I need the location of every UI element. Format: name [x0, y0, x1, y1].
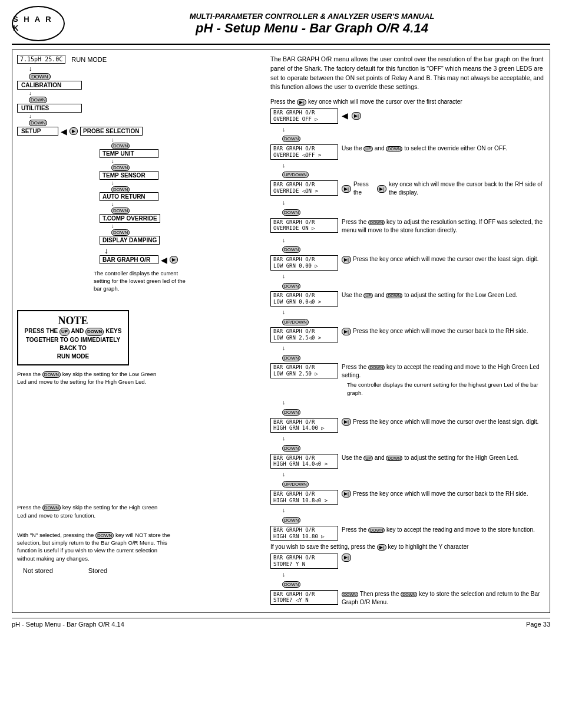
screen-11: BAR GRAPH O/R HIGH GRN 10.8◁0 > [270, 490, 338, 505]
down-s4: ↓DOWN [282, 236, 545, 255]
screen-2: BAR GRAPH O/R OVERRIDE ◁OFF > [270, 144, 338, 160]
screen-6: BAR GRAPH O/R LOW GRN 0.0◁0 > [270, 291, 338, 307]
down-arrow-4: ↓DOWN [111, 137, 265, 150]
run-mode-display: 7.15pH 25.0C [17, 55, 65, 64]
screen-13-icon: ▶| [342, 554, 351, 562]
logo: S H A R K [12, 6, 65, 41]
with-n-note: With "N" selected, pressing the DOWN key… [17, 531, 176, 562]
screen-13-row: BAR GRAPH O/R STORE? Y N ▶| [270, 554, 545, 569]
menu-calibration: CALIBRATION [17, 81, 82, 90]
menu-display-damping: DISPLAY DAMPING [100, 236, 160, 245]
screen-12: BAR GRAPH O/R HIGH GRN 10.80 ▷ [270, 526, 338, 541]
screen-5-row: BAR GRAPH O/R LOW GRN 0.00 ▷ ▶| Press th… [270, 255, 545, 271]
screen-7-desc: ▶| Press the key once which will move th… [342, 327, 528, 335]
screen-8-desc: Press the DOWN key to accept the reading… [342, 363, 545, 380]
stored-labels: Not stored Stored [23, 567, 265, 574]
screen-14-desc: DOWN Then press the DOWN key to store th… [342, 590, 545, 607]
screen-13: BAR GRAPH O/R STORE? Y N [270, 554, 338, 569]
screen-4: BAR GRAPH O/R OVERRIDE ON ▷ [270, 218, 338, 233]
main-content: 7.15pH 25.0C RUN MODE ↓DOWN CALIBRATION … [12, 50, 550, 613]
down-s5: ↓DOWN [282, 272, 545, 291]
down-arrow-7: ↓DOWN [111, 201, 265, 214]
save-note: If you wish to save the setting, press t… [270, 543, 545, 551]
screen-9-desc: ▶| Press the key once which will move th… [342, 418, 538, 426]
screen-8: BAR GRAPH O/R LOW GRN 2.50 ▷ [270, 363, 338, 378]
screen-3-row: BAR GRAPH O/R OVERRIDE ◁ON > ▶| Press th… [270, 180, 545, 197]
screen-12-desc: Press the DOWN key to accept the reading… [342, 526, 535, 534]
screen-7-row: BAR GRAPH O/R LOW GRN 2.5◁0 > ▶| Press t… [270, 327, 545, 342]
menu-temp-sensor: TEMP SENSOR [100, 171, 158, 180]
down-arrow-3: ↓DOWN [29, 113, 265, 126]
menu-tcomp: T.COMP OVERRIDE [100, 214, 160, 223]
controller-displays-text: The controller displays the current sett… [94, 269, 194, 293]
down-s13: ↓DOWN [282, 570, 545, 589]
down-s11: ↓DOWN [282, 506, 545, 525]
down-s7: ↓DOWN [282, 344, 545, 363]
screen-9-row: BAR GRAPH O/R HIGH GRN 14.00 ▷ ▶| Press … [270, 418, 545, 433]
left-panel: 7.15pH 25.0C RUN MODE ↓DOWN CALIBRATION … [17, 55, 265, 608]
run-mode-value: 7.15pH 25.0C [20, 56, 62, 62]
down-s2: ↓UP/DOWN [282, 161, 545, 180]
down-s6: ↓UP/DOWN [282, 308, 545, 327]
screen-10: BAR GRAPH O/R HIGH GRN 14.0◁0 > [270, 454, 338, 469]
press-right-desc: Press the ▶| key once which will move th… [270, 98, 545, 106]
screen-4-row: BAR GRAPH O/R OVERRIDE ON ▷ Press the DO… [270, 218, 545, 235]
screen-6-desc: Use the UP and DOWN to adjust the settin… [342, 291, 517, 299]
screen-14-row: BAR GRAPH O/R STORE? ◁Y N DOWN Then pres… [270, 590, 545, 607]
screen-2-row: BAR GRAPH O/R OVERRIDE ◁OFF > Use the UP… [270, 144, 545, 160]
screen-10-row: BAR GRAPH O/R HIGH GRN 14.0◁0 > Use the … [270, 454, 545, 469]
menu-probe-selection: PROBE SELECTION [80, 127, 143, 136]
right-panel: The BAR GRAPH O/R menu allows the user c… [270, 55, 545, 608]
screen-14: BAR GRAPH O/R STORE? ◁Y N [270, 590, 338, 605]
down-arrow-2: ↓DOWN [29, 90, 265, 103]
down-s9: ↓DOWN [282, 434, 545, 453]
down-arrow-6: ↓DOWN [111, 180, 265, 193]
screen-10-desc: Use the UP and DOWN to adjust the settin… [342, 454, 518, 462]
screen-9: BAR GRAPH O/R HIGH GRN 14.00 ▷ [270, 418, 338, 433]
page-header: S H A R K MULTI-PARAMETER CONTROLLER & A… [12, 6, 550, 45]
screen-5-desc: ▶| Press the key once which will move th… [342, 255, 538, 263]
screen-11-desc: ▶| Press the key once which will move th… [342, 490, 528, 498]
intro-description: The BAR GRAPH O/R menu allows the user c… [270, 55, 545, 92]
screen-5: BAR GRAPH O/R LOW GRN 0.00 ▷ [270, 255, 338, 271]
down-arrow-1: ↓DOWN [29, 65, 265, 80]
screen-4-desc: Press the DOWN key to adjust the resolut… [342, 218, 545, 235]
note-title: NOTE [24, 315, 122, 327]
footer-left: pH - Setup Menu - Bar Graph O/R 4.14 [12, 621, 124, 628]
menu-bar-graph: BAR GRAPH O/R [100, 255, 158, 264]
screen-2-desc: Use the UP and DOWN to select the overri… [342, 144, 507, 153]
logo-text: S H A R K [13, 15, 64, 32]
screen-3: BAR GRAPH O/R OVERRIDE ◁ON > [270, 180, 338, 196]
skip-high-green-text: Press the DOWN key skip the setting for … [17, 503, 164, 519]
screen-12-row: BAR GRAPH O/R HIGH GRN 10.80 ▷ Press the… [270, 526, 545, 541]
header-text: MULTI-PARAMETER CONTROLLER & ANALYZER US… [74, 12, 550, 36]
screen-7: BAR GRAPH O/R LOW GRN 2.5◁0 > [270, 327, 338, 342]
header-subtitle: pH - Setup Menu - Bar Graph O/R 4.14 [74, 21, 550, 36]
menu-auto-return: AUTO RETURN [100, 192, 158, 201]
controller-high-text: The controller displays the current sett… [347, 381, 545, 397]
down-s8: ↓DOWN [282, 398, 545, 417]
menu-setup: SETUP [17, 127, 58, 136]
down-s10: ↓UP/DOWN [282, 470, 545, 489]
skip-low-green-text: Press the DOWN key skip the setting for … [17, 370, 164, 386]
down-arrow-8: ↓DOWN [111, 223, 265, 236]
menu-utilities: UTILITIES [17, 104, 82, 113]
menu-temp-unit: TEMP UNIT [100, 149, 158, 158]
screen-8-row: BAR GRAPH O/R LOW GRN 2.50 ▷ Press the D… [270, 363, 545, 380]
screen-6-row: BAR GRAPH O/R LOW GRN 0.0◁0 > Use the UP… [270, 291, 545, 307]
note-text: PRESS THE UP AND DOWN KEYSTOGETHER TO GO… [24, 327, 122, 360]
stored-label: Stored [88, 567, 107, 574]
screen-1-row: BAR GRAPH O/R OVERRIDE OFF ▷ ◀ ▶| [270, 108, 545, 124]
screen-1: BAR GRAPH O/R OVERRIDE OFF ▷ [270, 108, 338, 124]
run-mode-label: RUN MODE [71, 56, 107, 63]
not-stored-label: Not stored [23, 567, 53, 574]
screen-11-row: BAR GRAPH O/R HIGH GRN 10.8◁0 > ▶| Press… [270, 490, 545, 505]
footer-right: Page 33 [526, 621, 550, 628]
down-indicator-s1: ↓DOWN [282, 125, 545, 144]
page-footer: pH - Setup Menu - Bar Graph O/R 4.14 Pag… [12, 618, 550, 628]
down-s3: ↓DOWN [282, 198, 545, 217]
note-box: NOTE PRESS THE UP AND DOWN KEYSTOGETHER … [17, 310, 129, 365]
screen-3-desc: ▶| Press the ▶| key once which will move… [342, 180, 545, 197]
down-arrow-5: ↓DOWN [111, 158, 265, 171]
header-title: MULTI-PARAMETER CONTROLLER & ANALYZER US… [74, 12, 550, 21]
